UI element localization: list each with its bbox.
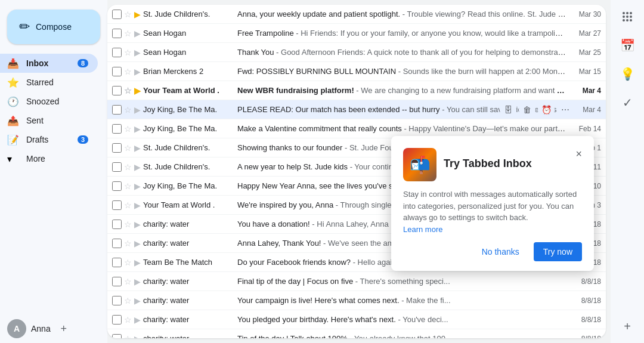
- star-icon[interactable]: ☆: [124, 10, 132, 19]
- calendar-icon[interactable]: 📅: [615, 33, 639, 57]
- email-row[interactable]: ☆ ▶ charity: water Final tip of the day …: [107, 272, 606, 291]
- star-icon[interactable]: ☆: [124, 162, 132, 172]
- avatar[interactable]: A: [7, 319, 26, 338]
- email-content: Anna, your weekly update and patient spo…: [237, 10, 566, 18]
- email-subject: Fwd: POSSIBLY BURNING BULL MOUNTAIN: [237, 67, 396, 76]
- email-row[interactable]: ☆ ▶ Sean Hogan Thank You - Good Afternoo…: [107, 43, 606, 62]
- star-icon[interactable]: ☆: [124, 124, 132, 134]
- email-preview: - There's something speci...: [355, 277, 450, 286]
- sidebar-item-inbox[interactable]: 📥 Inbox 8: [0, 54, 98, 73]
- sidebar-item-label-inbox: Inbox: [26, 58, 78, 68]
- star-icon[interactable]: ☆: [124, 105, 132, 115]
- sidebar-item-starred[interactable]: ⭐ Starred: [0, 73, 98, 92]
- popup-icon: 📬: [403, 148, 436, 181]
- sidebar-item-snoozed[interactable]: 🕐 Snoozed: [0, 92, 98, 111]
- email-checkbox[interactable]: [112, 181, 122, 191]
- email-checkbox[interactable]: [112, 315, 122, 325]
- star-icon[interactable]: ☆: [124, 334, 132, 339]
- email-sender: charity: water: [143, 239, 233, 248]
- keep-icon[interactable]: 💡: [615, 62, 639, 86]
- important-icon: ▶: [134, 258, 141, 267]
- email-checkbox[interactable]: [112, 239, 122, 248]
- learn-more-link[interactable]: Learn more: [403, 225, 442, 234]
- email-date: Mar 30: [571, 10, 601, 18]
- email-subject: PLEASE READ: Our match has been extended…: [237, 105, 440, 114]
- star-icon[interactable]: ☆: [124, 315, 132, 325]
- more-apps-icon[interactable]: +: [615, 314, 639, 338]
- star-icon[interactable]: ☆: [124, 296, 132, 305]
- email-date: Mar 15: [571, 67, 601, 76]
- email-checkbox[interactable]: [112, 143, 122, 153]
- star-icon[interactable]: ☆: [124, 67, 132, 76]
- email-preview: - You've deci...: [398, 315, 448, 324]
- star-icon[interactable]: ☆: [124, 277, 132, 286]
- star-icon[interactable]: ☆: [124, 143, 132, 153]
- email-checkbox[interactable]: [112, 296, 122, 305]
- star-icon[interactable]: ☆: [124, 220, 132, 229]
- email-checkbox[interactable]: [112, 162, 122, 172]
- archive-icon[interactable]: 🗄: [500, 101, 516, 118]
- star-icon[interactable]: ☆: [124, 29, 132, 38]
- sidebar-item-label-sent: Sent: [26, 116, 88, 125]
- email-row[interactable]: ☆ ▶ charity: water Your campaign is live…: [107, 291, 606, 310]
- email-sender: Sean Hogan: [143, 48, 233, 57]
- email-checkbox[interactable]: [112, 10, 122, 19]
- email-checkbox[interactable]: [112, 105, 122, 115]
- compose-label: Compose: [36, 22, 72, 32]
- email-date: Mar 27: [571, 29, 601, 38]
- action-icons: 🗄 🗑 ⏰ ⋯: [500, 101, 574, 118]
- email-checkbox[interactable]: [112, 258, 122, 267]
- email-row[interactable]: ☆ ▶ Sean Hogan Free Trampoline - Hi Frie…: [107, 24, 606, 43]
- email-checkbox[interactable]: [112, 67, 122, 76]
- google-apps-icon[interactable]: [615, 5, 639, 29]
- email-checkbox[interactable]: [112, 220, 122, 229]
- popup-close-button[interactable]: ×: [575, 148, 582, 160]
- important-icon: ▶: [134, 48, 141, 57]
- star-icon[interactable]: ☆: [124, 239, 132, 248]
- email-sender: Your Team at World .: [143, 200, 233, 209]
- email-checkbox[interactable]: [112, 48, 122, 57]
- user-name: Anna: [31, 324, 51, 333]
- star-icon[interactable]: ☆: [124, 181, 132, 191]
- more-icon[interactable]: ⋯: [557, 101, 574, 118]
- add-user-button[interactable]: +: [55, 320, 72, 337]
- email-checkbox[interactable]: [112, 277, 122, 286]
- star-icon[interactable]: ☆: [124, 86, 132, 95]
- email-checkbox[interactable]: [112, 334, 122, 339]
- email-subject: Thank You: [237, 48, 274, 57]
- email-checkbox[interactable]: [112, 200, 122, 210]
- email-row[interactable]: ☆ ▶ St. Jude Children's. Anna, your week…: [107, 5, 606, 24]
- sidebar-item-label-more: More: [26, 154, 88, 163]
- email-checkbox[interactable]: [112, 86, 122, 95]
- svg-point-6: [623, 19, 625, 21]
- svg-point-0: [623, 12, 625, 14]
- email-row[interactable]: ☆ ▶ Joy King, Be The Ma. PLEASE READ: Ou…: [107, 100, 606, 119]
- email-date: 8/8/18: [571, 296, 601, 305]
- try-now-button[interactable]: Try now: [534, 242, 582, 261]
- snooze-icon[interactable]: ⏰: [538, 101, 555, 118]
- email-content: Make a Valentine commitment that really …: [237, 124, 566, 133]
- sidebar-item-drafts[interactable]: 📝 Drafts 3: [0, 130, 98, 149]
- important-icon: ▶: [134, 124, 141, 134]
- email-row[interactable]: ☆ ▶ Brian Merckens 2 Fwd: POSSIBLY BURNI…: [107, 62, 606, 81]
- star-icon[interactable]: ☆: [124, 258, 132, 267]
- popup-header: 📬 Try Tabbed Inbox ×: [403, 148, 582, 181]
- star-icon[interactable]: ☆: [124, 200, 132, 210]
- email-checkbox[interactable]: [112, 29, 122, 38]
- star-icon[interactable]: ☆: [124, 48, 132, 57]
- email-checkbox[interactable]: [112, 124, 122, 134]
- delete-icon[interactable]: 🗑: [519, 101, 535, 118]
- tasks-icon[interactable]: ✓: [615, 91, 639, 115]
- email-preview: - We are changing to a new fundraising p…: [356, 86, 566, 95]
- email-subject: Make a Valentine commitment that really …: [237, 124, 402, 133]
- sidebar-item-more[interactable]: ▾ More: [0, 149, 98, 168]
- important-icon: ▶: [134, 239, 141, 248]
- compose-button[interactable]: ✏ Compose: [7, 10, 100, 44]
- email-row[interactable]: ☆ ▶ Your Team at World . New WBR fundrai…: [107, 81, 606, 100]
- email-row[interactable]: ☆ ▶ charity: water Tip of the day | Talk…: [107, 329, 606, 338]
- email-subject: Do your Facebook friends know?: [237, 258, 351, 267]
- sidebar-item-sent[interactable]: 📤 Sent: [0, 111, 98, 130]
- sidebar-item-label-drafts: Drafts: [26, 135, 78, 144]
- no-thanks-button[interactable]: No thanks: [472, 242, 529, 261]
- email-row[interactable]: ☆ ▶ charity: water You pledged your birt…: [107, 310, 606, 329]
